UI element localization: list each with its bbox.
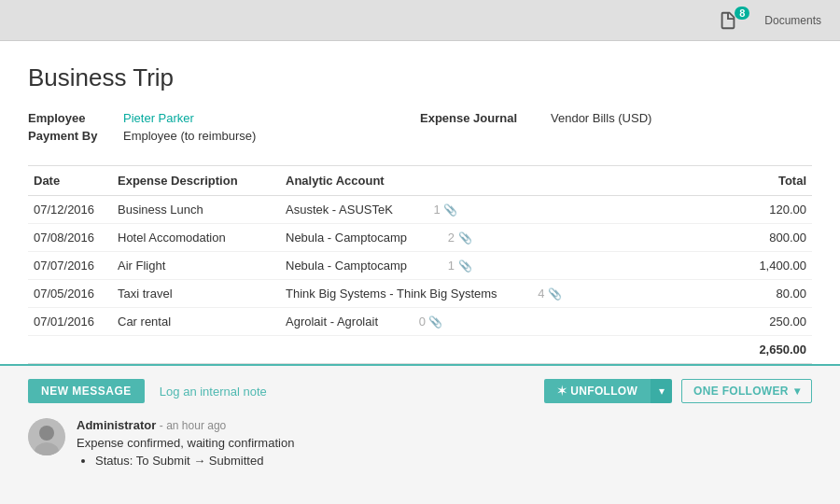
new-message-button[interactable]: NEW MESSAGE	[28, 379, 145, 403]
cell-description: Car rental	[112, 308, 280, 336]
journal-label: Expense Journal	[420, 111, 532, 125]
chat-content: Administrator - an hour ago Expense conf…	[77, 418, 812, 468]
page-title: Business Trip	[28, 63, 812, 92]
chat-body: Expense confirmed, waiting confirmation	[77, 436, 812, 450]
cell-analytic: Nebula - Camptocamp 2 📎	[280, 224, 728, 252]
cell-analytic: Agrolait - Agrolait 0 📎	[280, 308, 728, 336]
info-right: Expense Journal Vendor Bills (USD)	[420, 111, 812, 147]
table-row: 07/12/2016 Business Lunch Asustek - ASUS…	[28, 196, 812, 224]
qty-4: 0	[419, 315, 426, 329]
chat-author: Administrator	[77, 418, 156, 432]
chat-time: - an hour ago	[160, 419, 226, 432]
cell-total: 800.00	[728, 224, 812, 252]
cell-description: Business Lunch	[112, 196, 280, 224]
log-internal-note-link[interactable]: Log an internal note	[160, 385, 267, 399]
payment-value: Employee (to reimburse)	[123, 129, 256, 143]
right-controls: ✶ UNFOLLOW ▾ ONE FOLLOWER ▾	[544, 379, 812, 403]
chat-list: Status: To Submit → Submitted	[95, 454, 812, 468]
cell-date: 07/05/2016	[28, 280, 112, 308]
payment-row: Payment By Employee (to reimburse)	[28, 129, 420, 143]
documents-label: Documents	[764, 14, 821, 27]
attach-icon-1: 📎	[458, 231, 472, 245]
main-content: Business Trip Employee Pieter Parker Pay…	[0, 41, 840, 364]
journal-row: Expense Journal Vendor Bills (USD)	[420, 111, 812, 125]
journal-value: Vendor Bills (USD)	[551, 111, 651, 125]
cell-total: 250.00	[728, 308, 812, 336]
qty-0: 1	[434, 203, 441, 217]
col-total: Total	[728, 166, 812, 196]
col-analytic: Analytic Account	[280, 166, 728, 196]
unfollow-dropdown-button[interactable]: ▾	[651, 379, 672, 403]
attach-icon-0: 📎	[443, 203, 457, 217]
bottom-bar: NEW MESSAGE Log an internal note ✶ UNFOL…	[0, 364, 840, 483]
attach-icon-4: 📎	[428, 315, 442, 329]
table-header: Date Expense Description Analytic Accoun…	[28, 166, 812, 196]
cell-description: Hotel Accomodation	[112, 224, 280, 252]
attach-icon-3: 📎	[548, 287, 562, 301]
chat-entry: Administrator - an hour ago Expense conf…	[28, 418, 812, 483]
table-row: 07/05/2016 Taxi travel Think Big Systems…	[28, 280, 812, 308]
svg-point-1	[39, 426, 54, 441]
chevron-down-icon: ▾	[659, 385, 665, 398]
cell-total: 1,400.00	[728, 252, 812, 280]
col-date: Date	[28, 166, 112, 196]
cell-date: 07/08/2016	[28, 224, 112, 252]
cell-description: Taxi travel	[112, 280, 280, 308]
grand-total-row: 2,650.00	[28, 336, 812, 364]
expense-table: Date Expense Description Analytic Accoun…	[28, 165, 812, 364]
avatar	[28, 418, 65, 455]
cell-date: 07/12/2016	[28, 196, 112, 224]
one-follower-label: ONE FOLLOWER	[693, 385, 789, 398]
table-body: 07/12/2016 Business Lunch Asustek - ASUS…	[28, 196, 812, 364]
cell-date: 07/07/2016	[28, 252, 112, 280]
employee-row: Employee Pieter Parker	[28, 111, 420, 125]
cell-total: 120.00	[728, 196, 812, 224]
qty-1: 2	[448, 231, 455, 245]
col-description: Expense Description	[112, 166, 280, 196]
cell-analytic: Think Big Systems - Think Big Systems 4 …	[280, 280, 728, 308]
chat-list-item: Status: To Submit → Submitted	[95, 454, 812, 468]
avatar-img	[28, 418, 65, 455]
cell-analytic: Asustek - ASUSTeK 1 📎	[280, 196, 728, 224]
cell-description: Air Flight	[112, 252, 280, 280]
payment-label: Payment By	[28, 129, 112, 143]
employee-value[interactable]: Pieter Parker	[123, 111, 194, 125]
grand-total: 2,650.00	[728, 336, 812, 364]
topbar: 8 Documents	[0, 0, 840, 41]
documents-button[interactable]: 8 Documents	[718, 10, 821, 31]
qty-3: 4	[538, 287, 544, 301]
cell-date: 07/01/2016	[28, 308, 112, 336]
unfollow-button[interactable]: ✶ UNFOLLOW	[544, 379, 651, 403]
cell-analytic: Nebula - Camptocamp 1 📎	[280, 252, 728, 280]
employee-label: Employee	[28, 111, 112, 125]
message-controls: NEW MESSAGE Log an internal note ✶ UNFOL…	[28, 379, 812, 403]
table-row: 07/07/2016 Air Flight Nebula - Camptocam…	[28, 252, 812, 280]
one-follower-button[interactable]: ONE FOLLOWER ▾	[681, 379, 812, 403]
documents-badge: 8	[735, 7, 749, 20]
table-row: 07/01/2016 Car rental Agrolait - Agrolai…	[28, 308, 812, 336]
chat-header: Administrator - an hour ago	[77, 418, 812, 432]
qty-2: 1	[448, 259, 455, 273]
attach-icon-2: 📎	[458, 259, 472, 273]
info-section: Employee Pieter Parker Payment By Employ…	[28, 111, 812, 147]
chevron-down-icon: ▾	[794, 385, 800, 398]
cell-total: 80.00	[728, 280, 812, 308]
table-row: 07/08/2016 Hotel Accomodation Nebula - C…	[28, 224, 812, 252]
info-left: Employee Pieter Parker Payment By Employ…	[28, 111, 420, 147]
